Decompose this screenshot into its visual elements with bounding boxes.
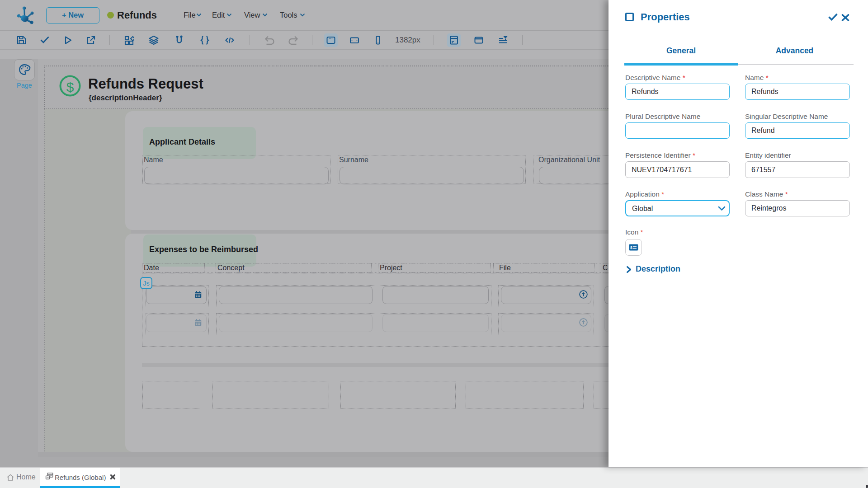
svg-text:$: $ (66, 80, 74, 94)
svg-text:$: $ (630, 245, 632, 250)
